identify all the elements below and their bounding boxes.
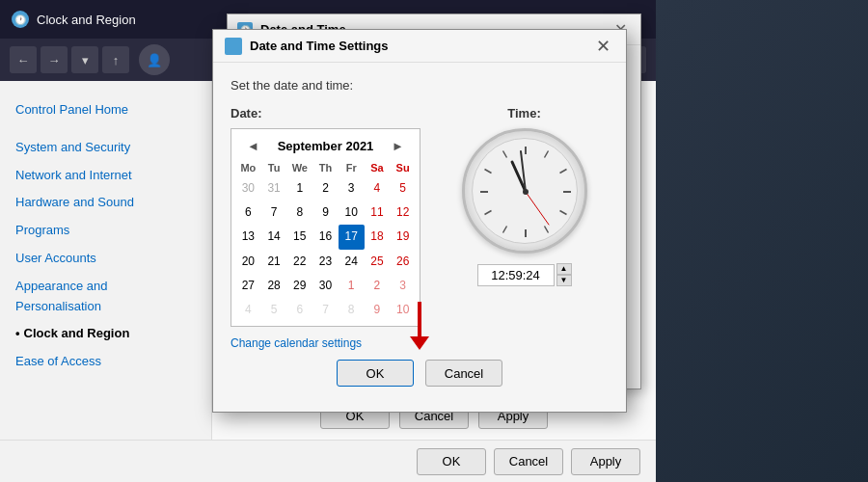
user-icon: 👤 <box>139 44 170 75</box>
cal-day[interactable]: 6 <box>286 298 312 322</box>
cal-day[interactable]: 25 <box>365 250 391 274</box>
sidebar-item-network-internet[interactable]: Network and Internet <box>15 162 196 190</box>
date-time-settings-dialog: Date and Time Settings ✕ Set the date an… <box>212 29 627 413</box>
cal-day[interactable]: 6 <box>235 201 261 225</box>
clock-ticks-svg <box>473 139 579 245</box>
cal-day[interactable]: 9 <box>365 298 391 322</box>
cal-grid: Mo Tu We Th Fr Sa Su 30 31 1 2 3 4 <box>235 159 416 322</box>
sidebar-item-user-accounts[interactable]: User Accounts <box>15 245 196 273</box>
sidebar: Control Panel Home System and Security N… <box>0 81 212 440</box>
change-calendar-link[interactable]: Change calendar settings <box>231 336 420 350</box>
dts-title: Date and Time Settings <box>250 39 389 53</box>
svg-line-14 <box>526 192 549 225</box>
main-ok-button[interactable]: OK <box>417 448 486 475</box>
cal-day[interactable]: 30 <box>312 274 339 298</box>
dropdown-button[interactable]: ▾ <box>71 46 98 73</box>
cal-day[interactable]: 2 <box>312 176 339 201</box>
time-down-button[interactable]: ▼ <box>556 275 572 286</box>
dts-cancel-button[interactable]: Cancel <box>425 360 502 387</box>
cal-day[interactable]: 20 <box>235 250 261 274</box>
svg-line-7 <box>544 227 548 233</box>
dts-subtitle: Set the date and time: <box>231 78 609 93</box>
cal-day[interactable]: 22 <box>286 250 312 274</box>
cal-next-button[interactable]: ► <box>386 137 410 155</box>
sidebar-item-clock-region[interactable]: •Clock and Region <box>15 320 196 348</box>
cal-day[interactable]: 23 <box>312 250 339 274</box>
cal-day[interactable]: 7 <box>261 201 287 225</box>
cal-day[interactable]: 12 <box>390 201 416 225</box>
svg-line-4 <box>544 151 548 158</box>
cal-day[interactable]: 19 <box>390 225 416 249</box>
svg-line-11 <box>502 151 506 158</box>
dts-body: Set the date and time: Date: ◄ September… <box>213 63 626 412</box>
cal-day[interactable]: 11 <box>365 201 391 225</box>
main-apply-button[interactable]: Apply <box>571 448 640 475</box>
dts-time-section: Time: <box>440 106 609 350</box>
cal-day[interactable]: 8 <box>286 201 312 225</box>
cal-day-today[interactable]: 17 <box>339 225 365 249</box>
time-spin-control: ▲ ▼ <box>556 263 572 286</box>
cal-day[interactable]: 2 <box>365 274 391 298</box>
cal-day[interactable]: 24 <box>339 250 365 274</box>
cal-day[interactable]: 27 <box>235 274 261 298</box>
cal-day[interactable]: 31 <box>261 176 287 201</box>
cal-day[interactable]: 14 <box>261 225 287 249</box>
arrow-shaft <box>418 302 421 336</box>
cal-day[interactable]: 29 <box>286 274 312 298</box>
sidebar-item-appearance[interactable]: Appearance and Personalisation <box>15 273 196 321</box>
time-input-wrap: ▲ ▼ <box>477 263 572 286</box>
cal-day[interactable]: 13 <box>235 225 261 249</box>
cal-day[interactable]: 1 <box>339 274 365 298</box>
cal-day[interactable]: 28 <box>261 274 287 298</box>
cal-day[interactable]: 9 <box>312 201 339 225</box>
cal-day[interactable]: 7 <box>312 298 339 322</box>
dts-close-button[interactable]: ✕ <box>591 35 614 58</box>
sidebar-item-control-panel-home[interactable]: Control Panel Home <box>15 96 196 124</box>
cal-day[interactable]: 10 <box>339 201 365 225</box>
cal-day[interactable]: 4 <box>235 298 261 322</box>
sidebar-item-system-security[interactable]: System and Security <box>15 134 196 162</box>
main-cancel-button[interactable]: Cancel <box>494 448 563 475</box>
time-up-button[interactable]: ▲ <box>556 263 572 275</box>
dts-date-label: Date: <box>231 106 420 120</box>
dts-icon <box>225 38 242 55</box>
sidebar-item-programs[interactable]: Programs <box>15 217 196 245</box>
cal-day[interactable]: 5 <box>390 176 416 201</box>
dts-time-label: Time: <box>507 106 540 120</box>
dts-ok-button[interactable]: OK <box>337 360 414 387</box>
cal-day-header-sa: Sa <box>365 159 391 176</box>
cal-day[interactable]: 16 <box>312 225 339 249</box>
cal-day[interactable]: 8 <box>339 298 365 322</box>
cal-day[interactable]: 4 <box>365 176 391 201</box>
cal-day-header-fr: Fr <box>339 159 365 176</box>
cal-day[interactable]: 1 <box>286 176 312 201</box>
svg-line-6 <box>559 211 566 215</box>
clock-face <box>462 128 587 254</box>
sidebar-item-hardware-sound[interactable]: Hardware and Sound <box>15 189 196 217</box>
cal-day-header-su: Su <box>390 159 416 176</box>
cal-day[interactable]: 21 <box>261 250 287 274</box>
active-indicator: • <box>15 326 20 340</box>
arrow-head <box>410 336 429 350</box>
svg-line-8 <box>502 227 506 233</box>
cal-day[interactable]: 26 <box>390 250 416 274</box>
cal-day[interactable]: 18 <box>365 225 391 249</box>
svg-line-5 <box>559 170 566 174</box>
cal-day-header-tu: Tu <box>261 159 287 176</box>
cal-month-year: September 2021 <box>278 139 374 153</box>
cal-prev-button[interactable]: ◄ <box>241 137 265 155</box>
cal-day[interactable]: 5 <box>261 298 287 322</box>
cal-day[interactable]: 3 <box>339 176 365 201</box>
bottom-bar: OK Cancel Apply <box>0 440 656 482</box>
up-button[interactable]: ↑ <box>102 46 129 73</box>
cal-day[interactable]: 15 <box>286 225 312 249</box>
back-button[interactable]: ← <box>10 46 37 73</box>
cal-day[interactable]: 3 <box>390 274 416 298</box>
calendar: ◄ September 2021 ► Mo Tu We Th Fr Sa Su <box>231 128 420 327</box>
forward-button[interactable]: → <box>41 46 68 73</box>
svg-line-9 <box>484 211 491 215</box>
sidebar-item-ease-access[interactable]: Ease of Access <box>15 348 196 376</box>
cal-day[interactable]: 30 <box>235 176 261 201</box>
svg-line-10 <box>484 170 491 174</box>
time-input[interactable] <box>477 264 555 286</box>
